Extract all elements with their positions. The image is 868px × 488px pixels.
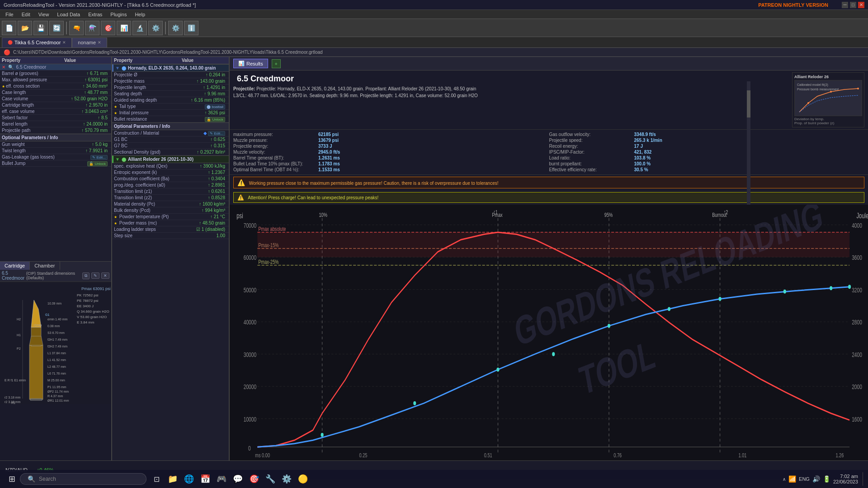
cartridge-copy-btn[interactable]: ⧉ xyxy=(82,272,90,279)
svg-text:r1min: r1min xyxy=(34,324,42,327)
tab-tikka-label: Tikka 6.5 Creedmoor xyxy=(14,40,61,45)
toolbar-btn4[interactable]: 🔄 xyxy=(49,21,64,35)
toolbar-open[interactable]: 📂 xyxy=(18,21,32,35)
caliber-delete-icon[interactable]: ✕ xyxy=(2,65,5,70)
results-tab-bar: 📊 Results + xyxy=(230,57,868,70)
left-properties-scroll[interactable]: Barrel ø (grooves) ↑ 6.71 mm Max. allowe… xyxy=(0,70,111,261)
taskbar-app-misc1[interactable]: 🔧 xyxy=(262,471,278,487)
construction-edit[interactable]: ✎ Edit... xyxy=(208,131,225,136)
gas-leakage-edit[interactable]: ✎ Edit... xyxy=(90,155,108,160)
prop-tail-type: ★ Tail type ⬤ boattail xyxy=(112,103,229,110)
tray-show-desktop[interactable] xyxy=(863,472,864,486)
menu-view[interactable]: View xyxy=(35,12,53,17)
clock[interactable]: 7:02 am 22/06/2023 xyxy=(833,474,858,484)
title-text: GordonsReloadingTool - Version 2021.2030… xyxy=(4,2,196,8)
svg-text:EE 3400 J: EE 3400 J xyxy=(77,304,94,308)
taskbar-app-calendar[interactable]: 📅 xyxy=(197,471,213,487)
titlebar: GordonsReloadingTool - Version 2021.2030… xyxy=(0,0,868,10)
toolbar-btn7[interactable]: 🎯 xyxy=(101,21,115,35)
window-controls[interactable]: ─ □ ✕ xyxy=(842,2,864,8)
toolbar-bullet[interactable]: 🔫 xyxy=(69,21,84,35)
cartridge-close-btn[interactable]: ✕ xyxy=(101,272,109,279)
pressure-chart: psi Joule 70000 60000 50000 40000 30000 xyxy=(230,205,868,460)
svg-marker-10 xyxy=(31,300,41,327)
prop-projectile-diameter: Projectile Ø ↑ 0.264 in xyxy=(112,72,229,78)
stat-muzzle-pressure: Muzzle pressure: 13679 psi xyxy=(233,137,549,143)
tray-chevron[interactable]: ∧ xyxy=(783,477,786,482)
attention-text: Attention! Press charge! Can lead to une… xyxy=(248,195,378,200)
middle-panel: Property Value ▼ ⬤ Hornady, ELD-X 2635, … xyxy=(112,57,230,460)
svg-text:↑2: ↑2 xyxy=(724,209,728,215)
svg-text:Q 34.660 grain H2O: Q 34.660 grain H2O xyxy=(77,310,109,314)
start-button[interactable]: ⊞ xyxy=(4,471,20,487)
taskbar-search[interactable]: 🔍 Search xyxy=(20,473,146,485)
taskbar-app-misc2[interactable]: ⚙️ xyxy=(278,471,295,487)
tray-lang[interactable]: ENG xyxy=(799,476,810,482)
warning-box: ⚠️ Working pressure close to the maximum… xyxy=(233,177,864,188)
svg-text:10.39 mm: 10.39 mm xyxy=(47,302,61,305)
close-button[interactable]: ✕ xyxy=(858,2,864,8)
menu-plugins[interactable]: Plugins xyxy=(107,12,130,17)
taskbar-app-grt[interactable]: 🎯 xyxy=(246,471,262,487)
results-tab-icon: 📊 xyxy=(238,61,245,66)
toolbar-info[interactable]: ℹ️ xyxy=(184,21,198,35)
tray-network[interactable]: 📶 xyxy=(788,475,796,483)
toolbar-btn10[interactable]: ⚙️ xyxy=(148,21,163,35)
tab-tikka-close[interactable]: ✕ xyxy=(62,40,66,45)
toolbar-btn8[interactable]: 📊 xyxy=(117,21,131,35)
taskbar-app-files[interactable]: 📁 xyxy=(165,471,181,487)
stat-projectile-speed: Projectile speed: 265.3 k 1/min xyxy=(549,137,865,143)
svg-marker-9 xyxy=(29,336,43,345)
clock-time: 7:02 am xyxy=(833,474,858,479)
menu-file[interactable]: File xyxy=(2,12,17,17)
minimize-button[interactable]: ─ xyxy=(842,2,848,8)
prop-prog-deg: prog./deg. coefficient (a0) ↑ 2.8981 xyxy=(112,182,229,188)
middle-optional-section: Optional Parameters / Info xyxy=(112,122,229,130)
results-tab[interactable]: 📊 Results xyxy=(233,59,268,68)
svg-point-94 xyxy=(848,285,851,289)
toolbar-settings[interactable]: ⚙️ xyxy=(168,21,183,35)
taskbar-app-xbox[interactable]: 🎮 xyxy=(213,471,230,487)
taskbar-app-discord[interactable]: 💬 xyxy=(230,471,246,487)
tab-tikka[interactable]: 🔴 Tikka 6.5 Creedmoor ✕ xyxy=(2,38,72,47)
taskbar-app-misc3[interactable]: 🟡 xyxy=(295,471,311,487)
cartridge-edit-btn[interactable]: ✎ xyxy=(91,272,99,279)
tab-cartridge[interactable]: Cartridge xyxy=(0,262,30,270)
svg-text:1.26: 1.26 xyxy=(835,452,844,458)
svg-text:3600: 3600 xyxy=(852,253,862,261)
caliber-title: 6.5 Creedmoor xyxy=(233,72,478,85)
menu-loaddata[interactable]: Load Data xyxy=(53,12,84,17)
bullet-outline: H2 H1 P2 10.39 mm emin 1.40 mm 0.38 mm S… xyxy=(5,300,69,404)
task-view-btn[interactable]: ⊡ xyxy=(148,471,165,487)
results-add-btn[interactable]: + xyxy=(272,59,281,68)
bullet-svg: Pmax 63091 psi PK 72562 psi PE 78872 psi… xyxy=(0,282,111,404)
menu-help[interactable]: Help xyxy=(131,12,149,17)
tray-volume[interactable]: 🔊 xyxy=(812,475,820,483)
warning-text: Working pressure close to the maximum pe… xyxy=(249,181,499,186)
bullet-jump-unlock[interactable]: 🔓 Unlock xyxy=(87,161,108,166)
property-col-label: Property xyxy=(2,58,64,63)
menu-extras[interactable]: Extras xyxy=(85,12,106,17)
toolbar-new[interactable]: 📄 xyxy=(2,21,16,35)
svg-text:40000: 40000 xyxy=(244,318,256,326)
bullet-resistance-unlock[interactable]: 🔓 Unlock xyxy=(205,117,225,122)
svg-text:E 3.84 mm: E 3.84 mm xyxy=(77,320,94,324)
svg-text:P2: P2 xyxy=(17,347,21,350)
powder-properties-scroll[interactable]: spec. explosive heat (Qex) ↑ 3900 kJ/kg … xyxy=(112,163,229,239)
toolbar-sep2 xyxy=(165,22,166,34)
svg-point-39 xyxy=(807,102,809,104)
toolbar-save[interactable]: 💾 xyxy=(33,21,48,35)
svg-text:L6 71.76 mm: L6 71.76 mm xyxy=(47,372,66,375)
tab-noname[interactable]: noname ✕ xyxy=(72,38,107,47)
tray-battery[interactable]: 🔋 xyxy=(823,475,830,483)
menu-edit[interactable]: Edit xyxy=(18,12,34,17)
caliber-row[interactable]: ✕ 🔍 6.5 Creedmoor xyxy=(0,64,111,70)
tab-noname-close[interactable]: ✕ xyxy=(98,40,101,45)
tab-chamber[interactable]: Chamber xyxy=(30,262,60,270)
toolbar-btn9[interactable]: 🔬 xyxy=(132,21,147,35)
toolbar-powder[interactable]: ⚗️ xyxy=(85,21,99,35)
taskbar-app-edge[interactable]: 🌐 xyxy=(181,471,197,487)
prop-sectional-density: Sectional Density (gsd) ↑ 0.2927 lb/in² xyxy=(112,149,229,155)
maximize-button[interactable]: □ xyxy=(850,2,856,8)
svg-text:L2 48.77 mm: L2 48.77 mm xyxy=(47,365,66,368)
